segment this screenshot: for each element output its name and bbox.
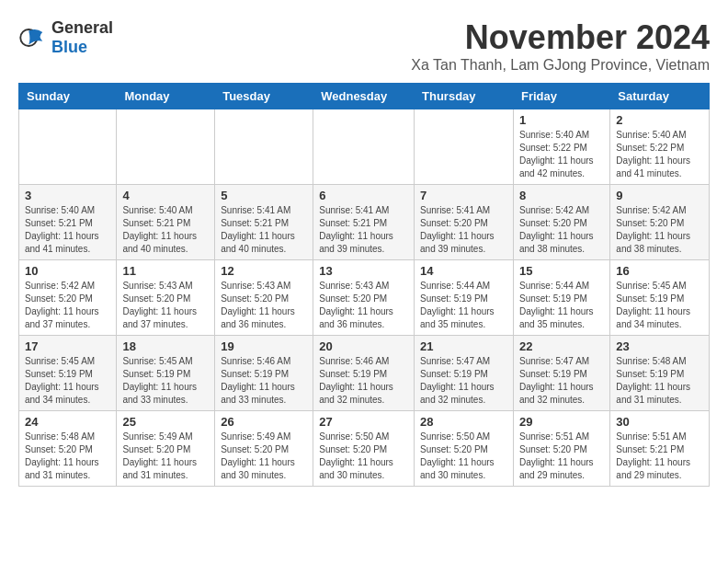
calendar-cell: 5Sunrise: 5:41 AM Sunset: 5:21 PM Daylig… [215,185,313,260]
day-number: 6 [319,189,408,202]
calendar-table: SundayMondayTuesdayWednesdayThursdayFrid… [18,83,710,487]
day-info: Sunrise: 5:49 AM Sunset: 5:20 PM Dayligh… [221,431,307,482]
calendar-cell: 28Sunrise: 5:50 AM Sunset: 5:20 PM Dayli… [415,411,514,487]
calendar-cell: 25Sunrise: 5:49 AM Sunset: 5:20 PM Dayli… [117,411,215,487]
day-info: Sunrise: 5:48 AM Sunset: 5:19 PM Dayligh… [616,355,703,407]
day-number: 14 [420,264,507,278]
day-number: 7 [420,189,507,202]
calendar-header-row: SundayMondayTuesdayWednesdayThursdayFrid… [19,84,710,109]
day-number: 3 [25,189,110,202]
calendar-cell: 16Sunrise: 5:45 AM Sunset: 5:19 PM Dayli… [610,260,710,336]
day-number: 22 [519,339,604,353]
calendar-week-row: 10Sunrise: 5:42 AM Sunset: 5:20 PM Dayli… [19,260,710,336]
calendar-cell: 14Sunrise: 5:44 AM Sunset: 5:19 PM Dayli… [415,260,514,336]
calendar-cell [117,109,215,185]
calendar-cell: 13Sunrise: 5:43 AM Sunset: 5:20 PM Dayli… [313,260,415,336]
day-info: Sunrise: 5:40 AM Sunset: 5:21 PM Dayligh… [122,204,209,256]
calendar-week-row: 1Sunrise: 5:40 AM Sunset: 5:22 PM Daylig… [19,109,710,185]
day-info: Sunrise: 5:40 AM Sunset: 5:21 PM Dayligh… [25,204,110,256]
calendar-week-row: 3Sunrise: 5:40 AM Sunset: 5:21 PM Daylig… [19,185,710,260]
day-number: 9 [616,189,703,202]
day-info: Sunrise: 5:41 AM Sunset: 5:21 PM Dayligh… [319,204,408,256]
calendar-wrapper: SundayMondayTuesdayWednesdayThursdayFrid… [0,83,728,496]
calendar-cell: 30Sunrise: 5:51 AM Sunset: 5:21 PM Dayli… [610,411,710,487]
day-number: 30 [616,415,703,429]
day-info: Sunrise: 5:44 AM Sunset: 5:19 PM Dayligh… [519,280,604,331]
logo: General Blue [18,18,113,57]
calendar-header-monday: Monday [117,84,215,109]
calendar-cell: 19Sunrise: 5:46 AM Sunset: 5:19 PM Dayli… [215,336,313,411]
day-info: Sunrise: 5:40 AM Sunset: 5:22 PM Dayligh… [616,129,703,180]
calendar-cell: 10Sunrise: 5:42 AM Sunset: 5:20 PM Dayli… [19,260,117,336]
calendar-cell: 20Sunrise: 5:46 AM Sunset: 5:19 PM Dayli… [313,336,415,411]
day-info: Sunrise: 5:45 AM Sunset: 5:19 PM Dayligh… [122,355,209,407]
day-number: 29 [519,415,604,429]
day-number: 10 [25,264,110,278]
day-number: 21 [420,339,507,353]
calendar-cell: 7Sunrise: 5:41 AM Sunset: 5:20 PM Daylig… [415,185,514,260]
day-info: Sunrise: 5:51 AM Sunset: 5:20 PM Dayligh… [519,431,604,482]
day-number: 19 [221,339,307,353]
day-number: 23 [616,339,703,353]
title-section: November 2024 Xa Tan Thanh, Lam GJong Pr… [411,18,710,74]
day-info: Sunrise: 5:47 AM Sunset: 5:19 PM Dayligh… [519,355,604,407]
calendar-cell [415,109,514,185]
day-number: 27 [319,415,408,429]
day-info: Sunrise: 5:42 AM Sunset: 5:20 PM Dayligh… [519,204,604,256]
calendar-header-friday: Friday [513,84,609,109]
calendar-header-wednesday: Wednesday [313,84,415,109]
day-info: Sunrise: 5:41 AM Sunset: 5:21 PM Dayligh… [221,204,307,256]
day-info: Sunrise: 5:44 AM Sunset: 5:19 PM Dayligh… [420,280,507,331]
day-info: Sunrise: 5:45 AM Sunset: 5:19 PM Dayligh… [25,355,110,407]
calendar-cell: 3Sunrise: 5:40 AM Sunset: 5:21 PM Daylig… [19,185,117,260]
calendar-cell: 6Sunrise: 5:41 AM Sunset: 5:21 PM Daylig… [313,185,415,260]
day-info: Sunrise: 5:43 AM Sunset: 5:20 PM Dayligh… [221,280,307,331]
calendar-cell: 9Sunrise: 5:42 AM Sunset: 5:20 PM Daylig… [610,185,710,260]
day-info: Sunrise: 5:46 AM Sunset: 5:19 PM Dayligh… [221,355,307,407]
day-number: 26 [221,415,307,429]
day-info: Sunrise: 5:47 AM Sunset: 5:19 PM Dayligh… [420,355,507,407]
day-number: 25 [122,415,209,429]
calendar-cell: 8Sunrise: 5:42 AM Sunset: 5:20 PM Daylig… [513,185,609,260]
calendar-cell: 26Sunrise: 5:49 AM Sunset: 5:20 PM Dayli… [215,411,313,487]
day-info: Sunrise: 5:40 AM Sunset: 5:22 PM Dayligh… [519,129,604,180]
calendar-header-thursday: Thursday [415,84,514,109]
day-number: 15 [519,264,604,278]
calendar-cell: 22Sunrise: 5:47 AM Sunset: 5:19 PM Dayli… [513,336,609,411]
calendar-cell: 17Sunrise: 5:45 AM Sunset: 5:19 PM Dayli… [19,336,117,411]
day-info: Sunrise: 5:46 AM Sunset: 5:19 PM Dayligh… [319,355,408,407]
day-info: Sunrise: 5:48 AM Sunset: 5:20 PM Dayligh… [25,431,110,482]
day-number: 17 [25,339,110,353]
day-info: Sunrise: 5:42 AM Sunset: 5:20 PM Dayligh… [25,280,110,331]
day-number: 5 [221,189,307,202]
day-number: 16 [616,264,703,278]
day-number: 12 [221,264,307,278]
day-info: Sunrise: 5:50 AM Sunset: 5:20 PM Dayligh… [420,431,507,482]
calendar-cell [313,109,415,185]
day-number: 28 [420,415,507,429]
calendar-cell [19,109,117,185]
day-info: Sunrise: 5:43 AM Sunset: 5:20 PM Dayligh… [319,280,408,331]
day-number: 2 [616,113,703,127]
day-number: 11 [122,264,209,278]
calendar-cell: 29Sunrise: 5:51 AM Sunset: 5:20 PM Dayli… [513,411,609,487]
logo-text: General Blue [51,18,113,57]
day-info: Sunrise: 5:43 AM Sunset: 5:20 PM Dayligh… [122,280,209,331]
calendar-week-row: 17Sunrise: 5:45 AM Sunset: 5:19 PM Dayli… [19,336,710,411]
day-info: Sunrise: 5:51 AM Sunset: 5:21 PM Dayligh… [616,431,703,482]
day-info: Sunrise: 5:50 AM Sunset: 5:20 PM Dayligh… [319,431,408,482]
calendar-header-sunday: Sunday [19,84,117,109]
month-title: November 2024 [411,18,710,57]
day-info: Sunrise: 5:45 AM Sunset: 5:19 PM Dayligh… [616,280,703,331]
calendar-header-saturday: Saturday [610,84,710,109]
calendar-cell: 21Sunrise: 5:47 AM Sunset: 5:19 PM Dayli… [415,336,514,411]
day-number: 20 [319,339,408,353]
calendar-cell: 2Sunrise: 5:40 AM Sunset: 5:22 PM Daylig… [610,109,710,185]
calendar-cell: 18Sunrise: 5:45 AM Sunset: 5:19 PM Dayli… [117,336,215,411]
logo-icon [18,24,46,52]
day-info: Sunrise: 5:41 AM Sunset: 5:20 PM Dayligh… [420,204,507,256]
day-number: 24 [25,415,110,429]
calendar-cell: 24Sunrise: 5:48 AM Sunset: 5:20 PM Dayli… [19,411,117,487]
day-number: 18 [122,339,209,353]
calendar-cell: 15Sunrise: 5:44 AM Sunset: 5:19 PM Dayli… [513,260,609,336]
